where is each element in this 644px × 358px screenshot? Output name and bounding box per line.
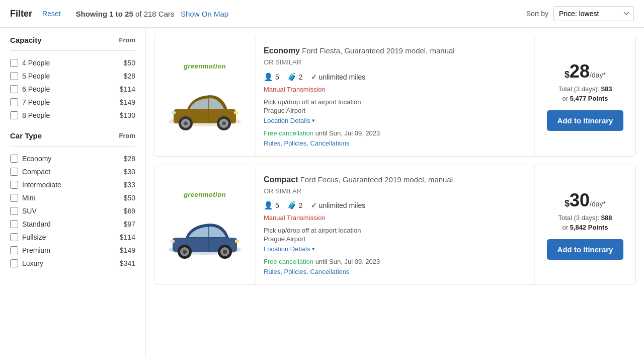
cartype-checkbox-suv[interactable] <box>10 207 18 215</box>
add-itinerary-button-2[interactable]: Add to Itinerary <box>547 239 623 260</box>
price-points-2: or 5,842 Points <box>562 224 608 231</box>
cartype-checkbox-standard[interactable] <box>10 220 18 228</box>
cartype-price-fullsize: $114 <box>120 233 135 241</box>
bags-feature-2: 🧳 2 <box>287 201 303 210</box>
checkmark-icon-1: ✓ <box>311 73 317 81</box>
chevron-down-icon-2: ▾ <box>312 246 315 252</box>
bags-feature-1: 🧳 2 <box>287 73 303 82</box>
capacity-price-6: $114 <box>120 85 135 93</box>
car-type-from: From <box>119 132 136 139</box>
car-name-1: Economy Ford Fiesta, Guaranteed 2019 mod… <box>264 45 526 67</box>
policies-link-2[interactable]: Rules, Policies, Cancellations <box>264 268 350 275</box>
cartype-item-standard: Standard $97 <box>10 220 135 228</box>
cartype-item-luxury: Luxury $341 <box>10 259 135 267</box>
brand-logo-2: greenmotion <box>184 190 226 198</box>
cancel-until-2: until Sun, Jul 09, 2023 <box>315 258 380 265</box>
bags-count-1: 2 <box>299 73 303 81</box>
free-cancel-2: Free cancellation until Sun, Jul 09, 202… <box>264 258 526 265</box>
cartype-label-compact[interactable]: Compact <box>22 168 50 176</box>
cartype-price-premium: $149 <box>120 246 135 254</box>
miles-label-1: unlimited miles <box>319 73 366 81</box>
capacity-checkbox-4[interactable] <box>10 59 18 67</box>
free-cancel-text-1: Free cancellation <box>264 129 313 137</box>
price-total-2: Total (3 days): $88 <box>558 214 612 222</box>
greenmotion-logo-1: greenmotion <box>184 62 226 70</box>
show-on-map-link[interactable]: Show On Map <box>181 10 228 18</box>
car-features-2: 👤 5 🧳 2 ✓ unlimited miles <box>264 201 526 210</box>
capacity-checkbox-8[interactable] <box>10 111 18 119</box>
cartype-label-luxury[interactable]: Luxury <box>22 259 43 267</box>
cartype-label-intermediate[interactable]: Intermediate <box>22 181 61 189</box>
capacity-checkbox-7[interactable] <box>10 98 18 106</box>
main-layout: Capacity From 4 People $50 5 People <box>0 28 644 358</box>
location-details-link-1[interactable]: Location Details ▾ <box>264 117 315 124</box>
checkmark-icon-2: ✓ <box>311 201 317 209</box>
cartype-price-compact: $30 <box>124 168 135 176</box>
capacity-label-4[interactable]: 4 People <box>22 59 50 67</box>
cartype-label-fullsize[interactable]: Fullsize <box>22 233 46 241</box>
add-itinerary-button-1[interactable]: Add to Itinerary <box>547 110 623 131</box>
car-image-2 <box>162 203 248 259</box>
svg-point-17 <box>183 250 187 254</box>
capacity-item-4: 4 People $50 <box>10 59 135 67</box>
cartype-label-suv[interactable]: SUV <box>22 207 37 215</box>
car-features-1: 👤 5 🧳 2 ✓ unlimited miles <box>264 73 526 82</box>
price-dollar-sign-2: $ <box>565 198 570 208</box>
capacity-label-6[interactable]: 6 People <box>22 85 50 93</box>
capacity-label-5[interactable]: 5 People <box>22 72 50 80</box>
car-price-section-2: $30/day* Total (3 days): $88 or 5,842 Po… <box>535 165 635 285</box>
cartype-item-economy: Economy $28 <box>10 155 135 163</box>
page-wrapper: Filter Reset Showing 1 to 25 of 218 Cars… <box>0 0 644 358</box>
capacity-price-8: $130 <box>120 111 135 119</box>
capacity-item-5: 5 People $28 <box>10 72 135 80</box>
pickup-text-2: Pick up/drop off at airport location <box>264 227 526 234</box>
pickup-text-1: Pick up/drop off at airport location <box>264 98 526 106</box>
cartype-checkbox-intermediate[interactable] <box>10 181 18 189</box>
cartype-checkbox-economy[interactable] <box>10 155 18 163</box>
svg-rect-21 <box>235 240 239 243</box>
airport-name-2: Prague Airport <box>264 235 526 243</box>
policies-link-1[interactable]: Rules, Policies, Cancellations <box>264 139 350 147</box>
free-cancel-1: Free cancellation until Sun, Jul 09, 202… <box>264 129 526 137</box>
price-per-day-2: $30/day* <box>565 190 606 211</box>
cartype-label-economy[interactable]: Economy <box>22 155 51 163</box>
price-amount-2: 30 <box>570 190 590 210</box>
sidebar: Capacity From 4 People $50 5 People <box>0 28 146 358</box>
svg-point-20 <box>223 250 227 254</box>
car-name-2: Compact Ford Focus, Guaranteed 2019 mode… <box>264 174 526 196</box>
location-details-link-2[interactable]: Location Details ▾ <box>264 245 315 253</box>
cartype-label-standard[interactable]: Standard <box>22 220 51 228</box>
total-amount-1: $83 <box>601 85 612 93</box>
cartype-checkbox-compact[interactable] <box>10 168 18 176</box>
reset-button[interactable]: Reset <box>42 10 61 18</box>
cartype-checkbox-luxury[interactable] <box>10 259 18 267</box>
capacity-checkbox-5[interactable] <box>10 72 18 80</box>
sort-select[interactable]: Price: lowest Price: highest Recommended <box>553 6 634 21</box>
price-amount-1: 28 <box>570 61 590 82</box>
cancel-until-1: until Sun, Jul 09, 2023 <box>315 129 380 137</box>
svg-rect-10 <box>172 111 176 114</box>
capacity-label-7[interactable]: 7 People <box>22 98 50 106</box>
cartype-checkbox-mini[interactable] <box>10 194 18 202</box>
svg-point-8 <box>222 121 226 125</box>
points-amount-2: 5,842 Points <box>570 224 608 231</box>
capacity-checkbox-6[interactable] <box>10 85 18 93</box>
cartype-label-mini[interactable]: Mini <box>22 194 35 202</box>
cartype-price-mini: $50 <box>124 194 135 202</box>
car-card-2: greenmotion <box>154 165 636 285</box>
svg-point-5 <box>184 121 188 125</box>
filter-title: Filter <box>10 9 32 19</box>
capacity-label-8[interactable]: 8 People <box>22 111 50 119</box>
miles-feature-1: ✓ unlimited miles <box>311 73 366 81</box>
svg-rect-22 <box>171 240 175 243</box>
cartype-checkbox-fullsize[interactable] <box>10 233 18 241</box>
transmission-1: Manual Transmission <box>264 86 526 93</box>
cartype-checkbox-premium[interactable] <box>10 246 18 254</box>
cartype-price-standard: $97 <box>124 220 135 228</box>
capacity-item-8: 8 People $130 <box>10 111 135 119</box>
sort-area: Sort by Price: lowest Price: highest Rec… <box>526 6 634 21</box>
cartype-price-intermediate: $33 <box>124 181 135 189</box>
total-amount-2: $88 <box>601 214 612 222</box>
cartype-label-premium[interactable]: Premium <box>22 246 50 254</box>
results-area: greenmotion <box>146 28 644 358</box>
